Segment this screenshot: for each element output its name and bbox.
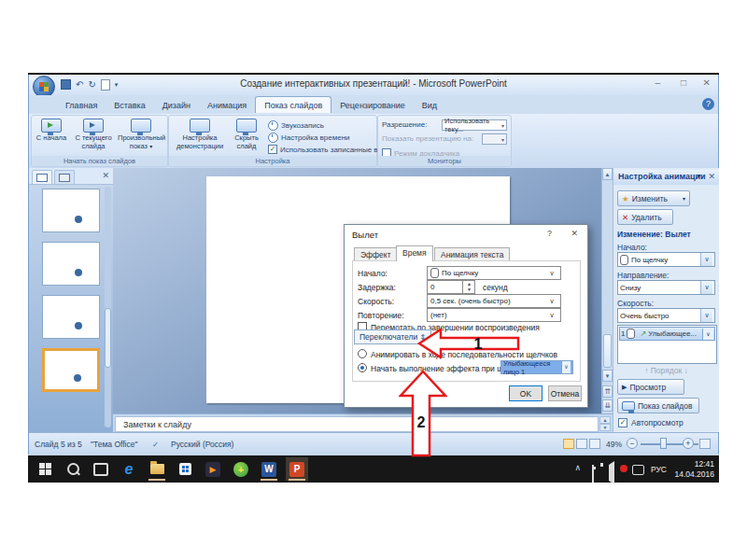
from-current-slide-button[interactable]: С текущего слайда [71,118,116,150]
speed-dropdown[interactable]: 0,5 сек. (очень быстро) ∨ [427,294,561,308]
clock[interactable]: 12:41 14.04.2016 [674,459,714,479]
pane-header: Настройка анимации ▼ ✕ [613,170,719,185]
setup-slideshow-button[interactable]: Настройка демонстрации [174,118,226,150]
tab-pokaz-slaydov[interactable]: Показ слайдов [255,96,331,113]
start-dropdown[interactable]: По щелчку ∨ [427,266,561,280]
language-indicator[interactable]: Русский (Россия) [171,440,233,449]
word-button[interactable]: W [258,457,280,481]
radio-icon [358,349,367,358]
dialog-close-icon[interactable]: ✕ [571,229,578,238]
recording-icon[interactable] [620,465,627,472]
powerpoint-button[interactable]: P [286,457,308,481]
cancel-button[interactable]: Отмена [548,385,582,401]
notes-scroll-down-icon[interactable]: ▼ [599,424,611,431]
animation-pane: Настройка анимации ▼ ✕ ★ Изменить ▾ ✕ Уд… [613,168,719,432]
slideshow-view-icon[interactable] [589,439,600,449]
notes-input[interactable]: Заметки к слайду [115,416,599,432]
tab-text-animation[interactable]: Анимация текста [434,247,510,261]
custom-show-button[interactable]: Произвольный показ ▾ [118,118,164,150]
preview-button[interactable]: ▶ Просмотр [617,379,684,395]
monitor-icon [131,119,151,133]
media-app-button[interactable]: ▶ [202,457,224,481]
tab-glavnaya[interactable]: Главная [57,97,106,113]
rehearse-timings-button[interactable]: Настройка времени [268,133,350,143]
tab-effect[interactable]: Эффект [354,247,398,261]
mouse-click-icon [620,255,628,265]
previous-slide-icon[interactable]: ⇈ [602,385,613,398]
item-dropdown-icon[interactable]: ∨ [702,329,713,340]
search-button[interactable] [62,457,84,481]
pane-menu-icon[interactable]: ▼ [696,173,702,179]
zoom-slider-thumb[interactable] [660,438,667,449]
vertical-scrollbar[interactable]: ▲ ▼ ⇈ ⇊ [601,168,613,413]
tray-chevron-icon[interactable]: ∧ [574,463,581,472]
maximize-button[interactable]: □ [681,77,686,88]
scroll-down-icon[interactable]: ▼ [602,370,613,382]
slides-tab[interactable] [32,170,52,184]
outline-icon [59,174,70,182]
volume-icon[interactable] [609,461,614,484]
tab-animaciya[interactable]: Анимация [199,97,255,113]
store-button[interactable] [174,457,196,481]
pane-close-icon[interactable]: ✕ [708,172,715,181]
start-button[interactable] [34,457,56,481]
tab-dizayn[interactable]: Дизайн [154,97,199,113]
tab-vstavka[interactable]: Вставка [106,97,153,113]
minimize-button[interactable]: – [655,77,660,88]
from-beginning-button[interactable]: С начала [35,118,68,143]
word-icon: W [261,462,276,477]
notes-scroll-up-icon[interactable]: ▲ [599,416,611,424]
ok-button[interactable]: OK [509,385,543,401]
move-down-icon[interactable]: ↓ [684,366,688,375]
autopreview-checkbox[interactable]: ✓ Автопросмотр [618,418,684,427]
animation-list-item[interactable]: 1 ↗ Улыбающее... ∨ [619,327,715,341]
change-effect-button[interactable]: ★ Изменить ▾ [617,190,690,206]
resolution-dropdown[interactable]: Использовать теку...▾ [442,119,507,131]
scrollbar-thumb[interactable] [603,334,612,368]
slide-thumbnail-selected[interactable] [42,348,100,392]
tab-timing[interactable]: Время [396,245,433,261]
tab-vid[interactable]: Вид [414,97,445,113]
remove-effect-button[interactable]: ✕ Удалить [617,209,673,225]
normal-view-icon[interactable] [563,439,574,449]
notifications-icon[interactable] [632,465,644,475]
fit-to-window-icon[interactable] [699,439,711,449]
speed-dropdown[interactable]: Очень быстро ∨ [617,308,715,323]
zoom-level: 49% [606,440,622,449]
slide-thumbnail[interactable] [42,189,100,232]
status-bar: Слайд 5 из 5 "Тема Office" ✓ Русский (Ро… [29,432,718,455]
move-up-icon[interactable]: ↑ [644,366,648,375]
slideshow-button[interactable]: Показ слайдов [617,398,699,413]
start-dropdown[interactable]: По щелчку ∨ [617,252,715,267]
scroll-up-icon[interactable]: ▲ [602,168,613,180]
next-slide-icon[interactable]: ⇊ [602,399,613,412]
close-panel-icon[interactable]: ✕ [102,171,109,180]
show-on-dropdown[interactable]: ▾ [482,133,507,145]
slide-sorter-view-icon[interactable] [576,439,587,449]
hide-slide-button[interactable]: Скрыть слайд [227,118,266,150]
direction-dropdown[interactable]: Снизу ∨ [617,280,715,295]
language-tray-indicator[interactable]: РУС [651,465,667,474]
slide-thumbnail[interactable] [42,295,100,339]
zoom-out-button[interactable]: − [627,438,638,449]
zoom-in-button[interactable]: + [683,438,694,449]
panel-scrollbar[interactable] [105,187,111,427]
panel-scrollbar-thumb[interactable] [105,308,111,368]
outline-tab[interactable] [54,170,75,184]
spinner-buttons[interactable]: ▲▼ [462,281,475,293]
edge-button[interactable]: e [118,457,140,481]
tab-recenzirovanie[interactable]: Рецензирование [331,97,414,113]
help-icon[interactable]: ? [702,98,714,110]
trigger-object-dropdown[interactable]: Улыбающееся лицо 1 ∨ [500,360,573,374]
record-narration-button[interactable]: Звукозапись [268,120,324,131]
spellcheck-icon[interactable]: ✓ [152,440,159,449]
dialog-help-icon[interactable]: ? [547,229,552,238]
annotation-arrow-2: 2 [399,370,447,457]
antivirus-app-button[interactable]: + [230,457,252,481]
close-button[interactable]: ✕ [703,77,711,88]
file-explorer-button[interactable] [146,457,168,481]
task-view-button[interactable] [90,457,112,481]
slide-thumbnail[interactable] [42,242,100,286]
battery-icon[interactable] [592,465,594,483]
repeat-dropdown[interactable]: (нет) ∨ [427,308,561,322]
